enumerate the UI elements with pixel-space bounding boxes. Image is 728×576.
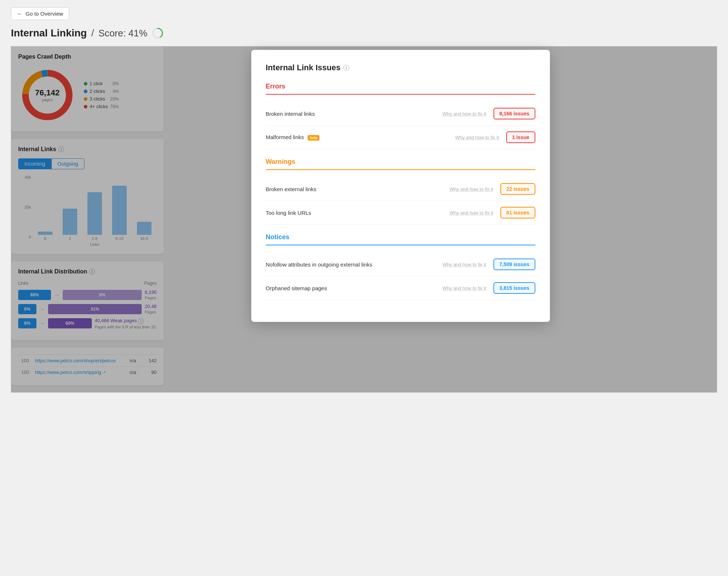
issue-row-malformed: Malformed links beta Why and how to fix … [266,126,535,149]
issue-fix-broken-internal[interactable]: Why and how to fix it [442,111,486,117]
score-text: Score: 41% [98,28,147,39]
issue-fix-malformed[interactable]: Why and how to fix it [455,135,499,140]
errors-divider [266,94,535,95]
issue-name-malformed: Malformed links beta [266,134,448,141]
go-overview-button[interactable]: ← Go to Overview [11,7,69,20]
issue-fix-long-urls[interactable]: Why and how to fix it [449,210,493,216]
modal-title-text: Internal Link Issues [266,63,341,72]
content-area: Pages Crawl Depth [11,46,717,392]
issue-row-long-urls: Too long link URLs Why and how to fix it… [266,201,535,225]
issue-name-broken-external: Broken external links [266,186,442,192]
modal-notices-section: Notices Nofollow attributes in outgoing … [266,233,535,300]
issue-badge-nofollow[interactable]: 7,509 issues [493,259,535,270]
issue-row-broken-external: Broken external links Why and how to fix… [266,177,535,201]
issue-name-long-urls: Too long link URLs [266,210,442,216]
issue-row-orphaned: Orphaned sitemap pages Why and how to fi… [266,276,535,300]
issue-row-broken-internal: Broken internal links Why and how to fix… [266,102,535,126]
issue-badge-broken-internal[interactable]: 8,166 issues [493,108,535,119]
errors-label: Errors [266,83,535,94]
issue-name-nofollow: Nofollow attributes in outgoing external… [266,261,436,268]
issue-badge-malformed[interactable]: 1 issue [506,131,535,143]
warnings-label: Warnings [266,158,535,169]
modal-overlay[interactable]: Internal Link Issues i Errors Broken int… [11,46,717,392]
issue-row-nofollow: Nofollow attributes in outgoing external… [266,253,535,276]
modal: Internal Link Issues i Errors Broken int… [251,50,550,322]
issue-badge-broken-external[interactable]: 22 issues [500,183,535,195]
issue-fix-orphaned[interactable]: Why and how to fix it [442,285,486,291]
issue-name-broken-internal: Broken internal links [266,111,436,117]
beta-tag: beta [308,135,320,141]
page-title: Internal Linking / Score: 41% [11,27,717,39]
modal-errors-section: Errors Broken internal links Why and how… [266,83,535,149]
notices-divider [266,245,535,245]
warnings-divider [266,169,535,170]
issue-fix-broken-external[interactable]: Why and how to fix it [449,186,493,192]
issue-fix-nofollow[interactable]: Why and how to fix it [442,262,486,267]
issue-badge-long-urls[interactable]: 61 issues [500,207,535,218]
back-arrow-icon: ← [17,11,23,17]
go-overview-label: Go to Overview [25,11,63,17]
issue-badge-orphaned[interactable]: 3,815 issues [493,282,535,294]
modal-warnings-section: Warnings Broken external links Why and h… [266,158,535,225]
title-separator: / [91,27,94,39]
modal-title: Internal Link Issues i [266,63,535,72]
score-circle-icon [152,27,164,39]
notices-label: Notices [266,233,535,245]
modal-info-icon[interactable]: i [343,65,349,71]
issue-name-orphaned: Orphaned sitemap pages [266,285,436,291]
title-main: Internal Linking [11,27,87,39]
